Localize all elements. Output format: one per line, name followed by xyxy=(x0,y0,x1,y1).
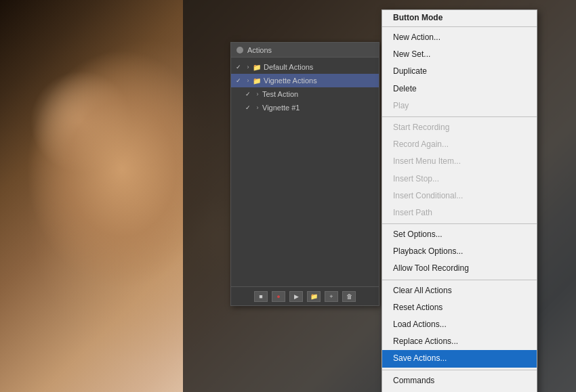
record-button[interactable]: ● xyxy=(272,291,285,302)
check-vignette: ✓ xyxy=(234,77,243,84)
context-menu: Button Mode New Action... New Set... Dup… xyxy=(382,9,537,392)
actions-toolbar: ■ ● ▶ 📁 + 🗑 xyxy=(231,286,379,305)
action-row-vignette-actions[interactable]: ✓ › 📁 Vignette Actions xyxy=(231,74,379,87)
label-test-action: Test Action xyxy=(262,90,376,98)
menu-item-insert-menu-item: Insert Menu Item... xyxy=(382,153,537,170)
separator-4 xyxy=(382,280,537,280)
action-row-vignette1[interactable]: ✓ › Vignette #1 xyxy=(231,101,379,114)
separator-1 xyxy=(382,26,537,27)
expand-default: › xyxy=(243,64,253,70)
menu-item-load-actions[interactable]: Load Actions... xyxy=(382,316,537,333)
menu-item-button-mode[interactable]: Button Mode xyxy=(382,10,537,24)
menu-item-allow-tool-recording[interactable]: Allow Tool Recording xyxy=(382,260,537,277)
menu-item-delete[interactable]: Delete xyxy=(382,81,537,97)
expand-test: › xyxy=(253,91,262,97)
new-action-button[interactable]: + xyxy=(325,291,338,302)
delete-button[interactable]: 🗑 xyxy=(342,291,356,302)
menu-item-insert-path: Insert Path xyxy=(382,204,537,221)
label-vignette-actions: Vignette Actions xyxy=(264,77,376,85)
menu-item-insert-stop: Insert Stop... xyxy=(382,171,537,188)
check-default: ✓ xyxy=(234,64,243,70)
menu-item-play: Play xyxy=(382,97,537,114)
menu-item-playback-options[interactable]: Playback Options... xyxy=(382,243,537,260)
actions-panel-titlebar: Actions xyxy=(231,43,379,58)
separator-5 xyxy=(382,370,537,370)
check-test: ✓ xyxy=(243,91,253,97)
menu-item-new-action[interactable]: New Action... xyxy=(382,29,537,46)
menu-item-new-set[interactable]: New Set... xyxy=(382,46,537,63)
action-row-test-action[interactable]: ✓ › Test Action xyxy=(231,87,379,101)
panel-title: Actions xyxy=(247,46,272,54)
menu-item-save-actions[interactable]: Save Actions... xyxy=(382,350,537,367)
actions-panel: Actions ✓ › 📁 Default Actions ✓ › 📁 Vign… xyxy=(230,42,379,306)
expand-vignette: › xyxy=(243,77,253,84)
stop-button[interactable]: ■ xyxy=(254,291,268,302)
menu-item-reset-actions[interactable]: Reset Actions xyxy=(382,299,537,316)
action-row-default-actions[interactable]: ✓ › 📁 Default Actions xyxy=(231,60,379,74)
expand-vignette1: › xyxy=(253,104,262,111)
folder-icon-default: 📁 xyxy=(253,64,261,71)
menu-item-replace-actions[interactable]: Replace Actions... xyxy=(382,333,537,350)
menu-item-record-again: Record Again... xyxy=(382,136,537,153)
check-vignette1: ✓ xyxy=(243,104,253,111)
separator-3 xyxy=(382,223,537,224)
new-set-button[interactable]: 📁 xyxy=(307,291,321,302)
play-button[interactable]: ▶ xyxy=(289,291,303,302)
menu-item-clear-all-actions[interactable]: Clear All Actions xyxy=(382,282,537,299)
menu-item-duplicate[interactable]: Duplicate xyxy=(382,63,537,80)
label-vignette1: Vignette #1 xyxy=(262,104,376,112)
actions-panel-content: ✓ › 📁 Default Actions ✓ › 📁 Vignette Act… xyxy=(231,58,379,117)
menu-item-insert-conditional: Insert Conditional... xyxy=(382,188,537,204)
menu-item-set-options[interactable]: Set Options... xyxy=(382,226,537,243)
label-default-actions: Default Actions xyxy=(264,63,376,71)
panel-close-button[interactable] xyxy=(236,47,243,53)
menu-item-frames[interactable]: Frames xyxy=(382,389,537,392)
menu-item-start-recording: Start Recording xyxy=(382,119,537,136)
menu-item-commands[interactable]: Commands xyxy=(382,372,537,389)
folder-icon-vignette: 📁 xyxy=(253,77,261,85)
separator-2 xyxy=(382,116,537,117)
